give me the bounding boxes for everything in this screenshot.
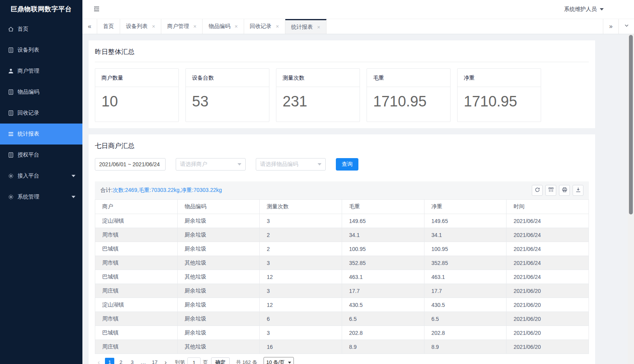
close-icon[interactable]: × bbox=[152, 24, 155, 29]
table-row: 周庄镇厨余垃圾317.717.72021/06/20 bbox=[95, 284, 589, 298]
gear-icon bbox=[8, 173, 14, 179]
stat-card-1: 商户数量10 bbox=[95, 68, 179, 122]
caret-down-icon bbox=[318, 163, 321, 165]
close-icon[interactable]: × bbox=[234, 24, 238, 29]
table-cell: 16 bbox=[260, 340, 342, 354]
item-code-select[interactable]: 请选择物品编码 bbox=[256, 158, 326, 171]
search-button[interactable]: 查询 bbox=[336, 158, 358, 171]
table-cell: 2021/06/24 bbox=[507, 270, 589, 284]
stat-card-value: 1710.95 bbox=[458, 87, 541, 122]
page-size-value: 10 条/页 bbox=[266, 359, 285, 364]
caret-down-icon bbox=[72, 196, 75, 198]
tabs-scroll-right-button[interactable]: » bbox=[603, 19, 618, 34]
table-row: 淀山湖镇厨余垃圾3149.65149.652021/06/24 bbox=[95, 214, 589, 228]
tab-5[interactable]: 回收记录× bbox=[244, 19, 285, 34]
table-row: 巴城镇厨余垃圾3202.8202.82021/06/20 bbox=[95, 326, 589, 340]
date-range-input[interactable] bbox=[95, 158, 166, 171]
close-icon[interactable]: × bbox=[276, 24, 279, 29]
refresh-button[interactable] bbox=[532, 185, 543, 196]
sidebar-item-8[interactable]: 接入平台 bbox=[0, 165, 82, 186]
tab-3[interactable]: 商户管理× bbox=[161, 19, 203, 34]
export-button[interactable] bbox=[573, 185, 583, 196]
sidebar-item-label: 接入平台 bbox=[17, 172, 39, 179]
tab-4[interactable]: 物品编码× bbox=[203, 19, 244, 34]
columns-icon bbox=[548, 187, 554, 194]
page-size-select[interactable]: 10 条/页 bbox=[264, 357, 294, 364]
sidebar-item-2[interactable]: 设备列表 bbox=[0, 40, 82, 61]
print-button[interactable] bbox=[559, 185, 570, 196]
goto-page-input[interactable] bbox=[187, 357, 201, 364]
table-row: 周庄镇其他垃圾168.98.92021/06/20 bbox=[95, 340, 589, 354]
page-button-2[interactable]: 2 bbox=[116, 358, 126, 364]
totals-value: 次数:2469,毛重:70303.22kg,净重:70303.22kg bbox=[113, 187, 222, 194]
table-cell: 淀山湖镇 bbox=[95, 298, 178, 312]
tab-2[interactable]: 设备列表× bbox=[120, 19, 161, 34]
table-cell: 8.9 bbox=[342, 340, 424, 354]
sidebar-item-1[interactable]: 首页 bbox=[0, 19, 82, 40]
tabs-scroll-left-button[interactable]: « bbox=[82, 19, 97, 34]
merchant-select[interactable]: 请选择商户 bbox=[176, 158, 246, 171]
user-menu[interactable]: 系统维护人员 bbox=[564, 6, 604, 13]
page-ellipsis: ... bbox=[139, 358, 148, 364]
table-cell: 厨余垃圾 bbox=[177, 312, 260, 326]
close-icon[interactable]: × bbox=[193, 24, 196, 29]
page-button-17[interactable]: 17 bbox=[150, 358, 159, 364]
confirm-button[interactable]: 确定 bbox=[211, 357, 230, 364]
stat-card-label: 测量次数 bbox=[276, 69, 360, 87]
column-header: 商户 bbox=[95, 200, 178, 214]
next-page-button[interactable]: › bbox=[162, 359, 169, 364]
sidebar-item-label: 物品编码 bbox=[17, 89, 39, 96]
table-cell: 淀山湖镇 bbox=[95, 214, 178, 228]
stat-card-value: 53 bbox=[186, 87, 269, 122]
column-header: 测量次数 bbox=[260, 200, 342, 214]
sidebar: 巨鼎物联网数字平台 首页设备列表商户管理物品编码回收记录统计报表授权平台接入平台… bbox=[0, 0, 82, 364]
table-cell: 厨余垃圾 bbox=[177, 228, 260, 242]
table-cell: 149.65 bbox=[342, 214, 424, 228]
table-cell: 周庄镇 bbox=[95, 284, 178, 298]
table-cell: 202.8 bbox=[342, 326, 424, 340]
table-cell: 巴城镇 bbox=[95, 242, 178, 256]
prev-page-button[interactable]: ‹ bbox=[95, 359, 103, 364]
tab-label: 商户管理 bbox=[167, 23, 189, 30]
stat-card-2: 设备台数53 bbox=[185, 68, 269, 122]
list-icon bbox=[8, 47, 14, 53]
tab-label: 统计报表 bbox=[291, 24, 313, 31]
table-cell: 厨余垃圾 bbox=[177, 242, 260, 256]
sidebar-item-6[interactable]: 统计报表 bbox=[0, 124, 82, 145]
sidebar-item-label: 回收记录 bbox=[17, 110, 39, 117]
tabs-menu-button[interactable] bbox=[618, 19, 634, 34]
sidebar-collapse-button[interactable] bbox=[93, 5, 100, 14]
scrollbar-thumb[interactable] bbox=[629, 35, 633, 214]
table-cell: 厨余垃圾 bbox=[177, 284, 260, 298]
table-cell: 6.5 bbox=[424, 312, 507, 326]
totals-prefix: 合计: bbox=[100, 187, 113, 194]
stat-card-3: 测量次数231 bbox=[276, 68, 360, 122]
stat-card-4: 毛重1710.95 bbox=[367, 68, 451, 122]
table-toolbar bbox=[532, 185, 583, 196]
table-cell: 149.65 bbox=[424, 214, 507, 228]
table-cell: 周庄镇 bbox=[95, 340, 178, 354]
stat-card-5: 净重1710.95 bbox=[457, 68, 541, 122]
sidebar-item-3[interactable]: 商户管理 bbox=[0, 61, 82, 82]
table-cell: 6.5 bbox=[342, 312, 424, 326]
topbar: 系统维护人员 bbox=[82, 0, 634, 19]
columns-button[interactable] bbox=[545, 185, 556, 196]
vertical-scrollbar[interactable] bbox=[628, 34, 634, 364]
tab-label: 回收记录 bbox=[250, 23, 272, 30]
table-cell: 2021/06/20 bbox=[507, 312, 589, 326]
tab-1[interactable]: 首页 bbox=[97, 19, 120, 34]
page-button-1[interactable]: 1 bbox=[105, 358, 114, 364]
sidebar-item-4[interactable]: 物品编码 bbox=[0, 82, 82, 103]
sidebar-item-9[interactable]: 系统管理 bbox=[0, 186, 82, 207]
sidebar-item-5[interactable]: 回收记录 bbox=[0, 103, 82, 124]
tab-6[interactable]: 统计报表× bbox=[285, 19, 327, 34]
user-icon bbox=[8, 68, 14, 74]
chevron-down-icon bbox=[624, 23, 629, 30]
table-cell: 周市镇 bbox=[95, 312, 178, 326]
page-button-3[interactable]: 3 bbox=[127, 358, 137, 364]
table-cell: 100.95 bbox=[342, 242, 424, 256]
weekly-section-title: 七日商户汇总 bbox=[95, 140, 589, 156]
close-icon[interactable]: × bbox=[317, 24, 320, 30]
table-cell: 周市镇 bbox=[95, 228, 178, 242]
sidebar-item-7[interactable]: 授权平台 bbox=[0, 145, 82, 165]
